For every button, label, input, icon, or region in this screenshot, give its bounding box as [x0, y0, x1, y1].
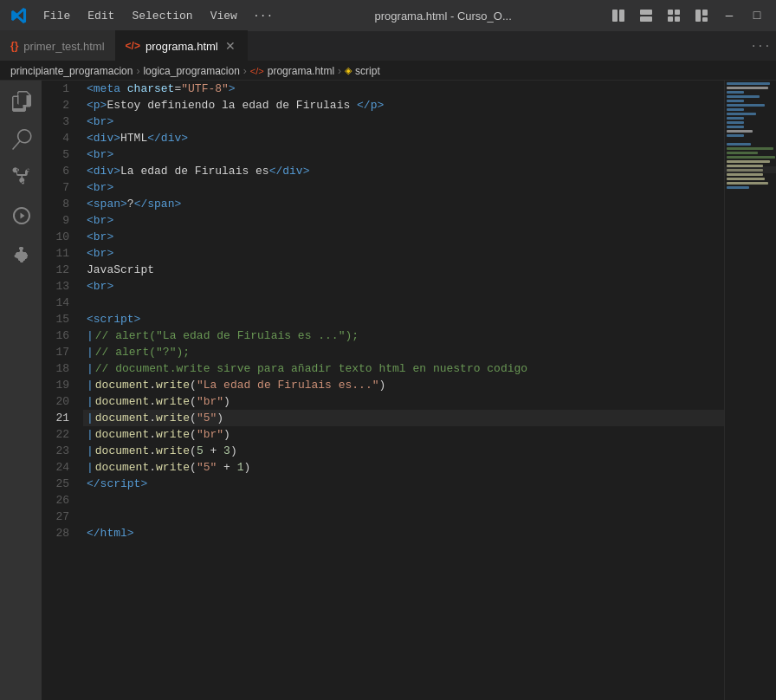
- maximize-btn[interactable]: □: [745, 3, 769, 28]
- menu-selection[interactable]: Selection: [123, 0, 201, 31]
- activity-explorer[interactable]: [3, 84, 38, 119]
- svg-rect-8: [695, 10, 701, 22]
- tab-label-programa: programa.html: [146, 40, 218, 53]
- tab-primer-test[interactable]: {} primer_test.html: [0, 30, 115, 61]
- activity-bar: [0, 81, 42, 700]
- menu-edit[interactable]: Edit: [79, 0, 123, 31]
- window-controls: — □: [606, 3, 769, 28]
- breadcrumb-logica[interactable]: logica_programacion: [143, 65, 239, 77]
- svg-rect-21: [727, 126, 744, 128]
- svg-rect-19: [727, 117, 744, 120]
- code-line-6: <div>La edad de Firulais es</div>: [83, 163, 724, 179]
- svg-rect-33: [727, 178, 765, 180]
- html-icon: {}: [10, 40, 18, 52]
- html-file-icon: </>: [250, 66, 264, 76]
- window-title: programa.html - Curso_O...: [280, 10, 606, 23]
- svg-rect-13: [727, 91, 744, 94]
- svg-rect-28: [727, 160, 770, 163]
- layout-grid-btn[interactable]: [689, 3, 714, 28]
- activity-search[interactable]: [3, 122, 38, 157]
- breadcrumb-principiante[interactable]: principiante_programacion: [10, 65, 133, 77]
- svg-rect-9: [702, 10, 708, 16]
- svg-rect-4: [668, 10, 673, 15]
- activity-run-debug[interactable]: [3, 198, 38, 233]
- editor-scroll[interactable]: 1 2 3 4 5 6 7 8 9 10 11 12 13 14 15 16 1…: [42, 81, 776, 700]
- minimap: [724, 81, 776, 700]
- code-editor[interactable]: <meta charset="UTF-8"> <p>Estoy definien…: [83, 81, 724, 700]
- code-line-15: <script>: [83, 311, 724, 327]
- breadcrumb-programa[interactable]: programa.html: [268, 65, 334, 77]
- svg-rect-31: [725, 166, 776, 173]
- layout-split2-btn[interactable]: [634, 3, 658, 28]
- activity-extensions[interactable]: [3, 237, 38, 271]
- code-line-4: <div>HTML</div>: [83, 130, 724, 146]
- layout-split1-btn[interactable]: [606, 3, 630, 28]
- svg-rect-15: [727, 100, 744, 102]
- html-icon-active: </>: [126, 40, 140, 52]
- svg-rect-10: [702, 17, 708, 22]
- svg-rect-27: [727, 156, 775, 159]
- code-line-20: |document.write("br"): [83, 393, 724, 410]
- breadcrumb-script[interactable]: script: [355, 65, 380, 77]
- svg-rect-32: [727, 173, 763, 176]
- titlebar: File Edit Selection View ··· programa.ht…: [0, 0, 776, 31]
- code-line-16: |// alert("La edad de Firulais es ...");: [83, 327, 724, 344]
- script-icon: ◈: [345, 65, 352, 76]
- vscode-logo: [7, 0, 31, 31]
- svg-rect-7: [675, 16, 680, 22]
- code-line-14: [83, 295, 724, 311]
- code-line-24: |document.write("5" + 1): [83, 459, 724, 476]
- svg-rect-25: [727, 147, 773, 150]
- code-line-28: </html>: [83, 525, 724, 541]
- svg-rect-34: [727, 182, 768, 185]
- code-line-3: <br>: [83, 113, 724, 130]
- code-line-10: <br>: [83, 229, 724, 245]
- tab-bar: {} primer_test.html </> programa.html ✕ …: [0, 31, 776, 62]
- svg-rect-22: [727, 130, 753, 133]
- tab-label-primer-test: primer_test.html: [23, 40, 104, 53]
- tab-programa[interactable]: </> programa.html ✕: [115, 30, 248, 61]
- code-line-9: <br>: [83, 212, 724, 229]
- svg-rect-17: [727, 108, 744, 111]
- tab-close-btn[interactable]: ✕: [223, 39, 237, 53]
- tab-bar-right: ···: [248, 31, 776, 61]
- svg-rect-20: [727, 121, 744, 124]
- svg-rect-5: [675, 10, 680, 15]
- code-line-12: JavaScript: [83, 262, 724, 278]
- menu-file[interactable]: File: [35, 0, 79, 31]
- code-line-23: |document.write(5 + 3): [83, 443, 724, 459]
- svg-rect-0: [612, 10, 618, 22]
- svg-rect-35: [727, 186, 749, 189]
- layout-split3-btn[interactable]: [662, 3, 686, 28]
- code-line-7: <br>: [83, 179, 724, 196]
- menu-more[interactable]: ···: [246, 10, 280, 23]
- svg-rect-18: [727, 113, 756, 115]
- menu-view[interactable]: View: [202, 0, 246, 31]
- code-line-22: |document.write("br"): [83, 426, 724, 443]
- activity-source-control[interactable]: [3, 160, 38, 195]
- code-line-18: |// document.write sirve para añadir tex…: [83, 360, 724, 377]
- code-line-13: <br>: [83, 278, 724, 295]
- minimize-btn[interactable]: —: [717, 3, 741, 28]
- svg-rect-3: [640, 16, 652, 22]
- code-line-25: </script>: [83, 476, 724, 492]
- code-line-27: [83, 509, 724, 525]
- tab-more-btn[interactable]: ···: [752, 37, 769, 55]
- svg-rect-26: [727, 152, 758, 154]
- svg-rect-23: [727, 134, 744, 137]
- code-line-17: |// alert("?");: [83, 344, 724, 360]
- code-line-26: [83, 492, 724, 509]
- code-line-2: <p>Estoy definiendo la edad de Firulais …: [83, 97, 724, 113]
- breadcrumb: principiante_programacion › logica_progr…: [0, 62, 776, 81]
- menu-bar: File Edit Selection View ···: [35, 0, 280, 31]
- code-line-19: |document.write("La edad de Firulais es.…: [83, 377, 724, 393]
- svg-rect-16: [727, 104, 765, 107]
- code-line-5: <br>: [83, 146, 724, 163]
- svg-rect-24: [727, 143, 751, 146]
- main-layout: 1 2 3 4 5 6 7 8 9 10 11 12 13 14 15 16 1…: [0, 81, 776, 700]
- code-line-1: <meta charset="UTF-8">: [83, 81, 724, 97]
- svg-rect-2: [640, 10, 652, 15]
- svg-rect-6: [668, 16, 673, 22]
- code-line-21: |document.write("5"): [83, 410, 724, 426]
- line-numbers: 1 2 3 4 5 6 7 8 9 10 11 12 13 14 15 16 1…: [42, 81, 83, 700]
